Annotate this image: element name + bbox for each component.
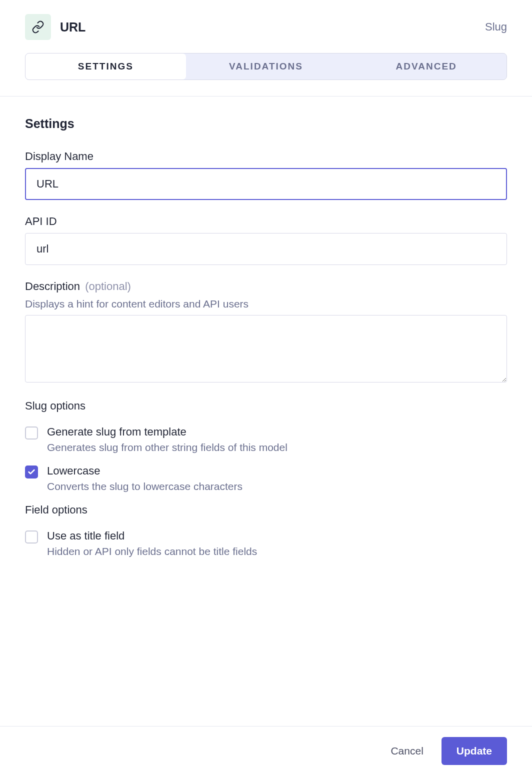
header: URL Slug Settings Validations Advanced [0, 0, 532, 80]
section-title: Settings [25, 116, 507, 131]
header-top-row: URL Slug [25, 14, 507, 40]
content: Settings Display Name API ID Description… [0, 96, 532, 608]
description-label: Description (optional) [25, 280, 507, 293]
title-field-desc: Hidden or API only fields cannot be titl… [47, 546, 257, 558]
description-label-text: Description [25, 280, 80, 292]
footer: Cancel Update [0, 726, 532, 775]
display-name-input[interactable] [25, 168, 507, 200]
tab-settings[interactable]: Settings [26, 54, 186, 80]
field-type-label: Slug [485, 20, 507, 34]
field-description: Description (optional) Displays a hint f… [25, 280, 507, 384]
update-button[interactable]: Update [442, 737, 507, 765]
title-field-checkbox[interactable] [25, 530, 38, 544]
checkbox-title-field: Use as title field Hidden or API only fi… [25, 530, 507, 558]
description-optional-text: (optional) [85, 280, 131, 292]
tab-validations[interactable]: Validations [186, 54, 346, 80]
checkbox-generate-slug: Generate slug from template Generates sl… [25, 426, 507, 454]
slug-options-heading: Slug options [25, 400, 507, 412]
description-input[interactable] [25, 315, 507, 382]
link-icon [25, 14, 51, 40]
cancel-button[interactable]: Cancel [386, 739, 427, 763]
lowercase-label: Lowercase [47, 464, 242, 478]
header-left: URL [25, 14, 86, 40]
lowercase-desc: Converts the slug to lowercase character… [47, 480, 242, 492]
api-id-label: API ID [25, 215, 507, 228]
title-field-label: Use as title field [47, 530, 257, 542]
field-api-id: API ID [25, 215, 507, 265]
generate-slug-label: Generate slug from template [47, 426, 288, 438]
tab-advanced[interactable]: Advanced [346, 54, 506, 80]
field-options-heading: Field options [25, 504, 507, 516]
description-hint: Displays a hint for content editors and … [25, 298, 507, 310]
page-title: URL [60, 20, 86, 34]
lowercase-checkbox[interactable] [25, 466, 38, 478]
display-name-label: Display Name [25, 150, 507, 163]
checkbox-lowercase: Lowercase Converts the slug to lowercase… [25, 464, 507, 492]
field-display-name: Display Name [25, 150, 507, 200]
generate-slug-desc: Generates slug from other string fields … [47, 442, 288, 454]
generate-slug-checkbox[interactable] [25, 426, 38, 440]
api-id-input[interactable] [25, 233, 507, 265]
content-scroll[interactable]: Settings Display Name API ID Description… [0, 96, 532, 726]
tabs: Settings Validations Advanced [25, 53, 507, 80]
